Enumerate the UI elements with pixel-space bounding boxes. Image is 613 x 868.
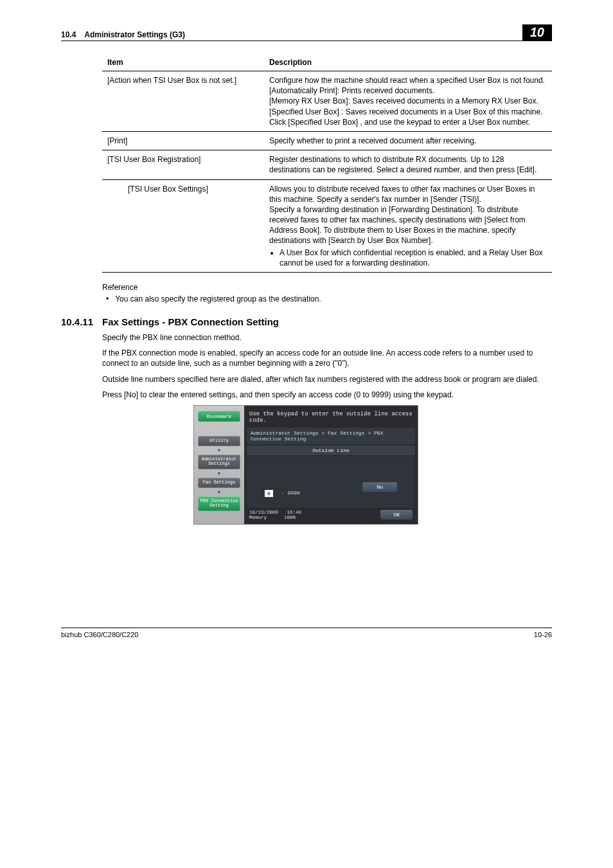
no-button[interactable]: No [362,482,397,492]
reference-bullet: You can also specify the registered grou… [116,294,552,303]
panel-main: Use the keypad to enter the outside line… [244,406,418,524]
section-heading: 10.4.11 Fax Settings - PBX Connection Se… [61,316,552,327]
panel-screenshot: Bookmark Utility ▼ Administrator Setting… [193,405,418,525]
panel-time: 16:48 [287,510,302,515]
section-number: 10.4.11 [61,316,102,327]
cell-item: [TSI User Box Registration] [102,150,264,179]
reference-label: Reference [102,283,552,292]
panel-memory-value: 100% [284,515,296,520]
panel-sidebar: Bookmark Utility ▼ Administrator Setting… [194,406,244,524]
table-row: [Print] Specify whether to print a recei… [102,131,552,150]
fax-settings-tab[interactable]: Fax Settings [198,478,240,488]
cell-desc: Allows you to distribute received faxes … [264,179,552,273]
arrow-down-icon: ▼ [198,471,240,476]
cell-item: [Action when TSI User Box is not set.] [102,71,264,132]
paragraph: Specify the PBX line connection method. [102,332,552,343]
paragraph: If the PBX connection mode is enabled, s… [102,348,552,368]
header-section: 10.4 Administrator Settings (G3) [61,30,185,39]
pbx-connection-tab[interactable]: PBX Connection Setting [198,496,240,511]
cell-desc-text: Allows you to distribute received faxes … [269,185,535,246]
paragraph: Press [No] to clear the entered settings… [102,390,552,400]
panel-date: 10/13/2008 [249,510,278,515]
header-section-title: Administrator Settings (G3) [84,30,185,39]
settings-table: Item Description [Action when TSI User B… [102,54,552,273]
cell-desc: Register destinations to which to distri… [264,150,552,179]
page-header: 10.4 Administrator Settings (G3) 10 [61,24,552,41]
footer-page: 10-26 [534,631,552,638]
ok-button[interactable]: OK [380,510,413,520]
panel-footer: 10/13/2008 16:48 Memory 100% OK [247,508,415,521]
table-row: [TSI User Box Registration] Register des… [102,150,552,179]
panel-body: No 0 - 9999 [247,457,415,508]
chapter-badge: 10 [522,24,552,41]
page-footer: bizhub C360/C280/C220 10-26 [61,628,552,638]
panel-instruction: Use the keypad to enter the outside line… [247,408,415,428]
admin-settings-tab[interactable]: Administrator Settings [198,455,240,469]
section-title: Fax Settings - PBX Connection Setting [102,316,279,327]
panel-memory-label: Memory [249,515,267,520]
arrow-down-icon: ▼ [198,448,240,453]
cell-item-sub: [TSI User Box Settings] [102,179,264,273]
arrow-down-icon: ▼ [198,489,240,495]
bookmark-tab[interactable]: Bookmark [198,411,240,422]
th-item: Item [102,54,264,71]
header-section-no: 10.4 [61,30,76,39]
utility-tab[interactable]: Utility [198,436,240,446]
cell-item: [Print] [102,131,264,150]
table-row: [Action when TSI User Box is not set.] C… [102,71,552,132]
footer-model: bizhub C360/C280/C220 [61,631,138,638]
table-row: [TSI User Box Settings] Allows you to di… [102,179,552,273]
cell-desc: Configure how the machine should react w… [264,71,552,132]
panel-subhead: Outside Line [247,446,415,455]
cell-desc-bullet: A User Box for which confidential recept… [280,248,547,268]
access-code-input[interactable]: 0 [265,490,273,497]
access-code-range: - 9999 [281,490,300,496]
panel-breadcrumb: Administrator Settings > Fax Settings > … [247,428,415,444]
th-desc: Description [264,54,552,71]
paragraph: Outside line numbers specified here are … [102,374,552,384]
panel-footer-left: 10/13/2008 16:48 Memory 100% [249,510,301,520]
cell-desc: Specify whether to print a received docu… [264,131,552,150]
